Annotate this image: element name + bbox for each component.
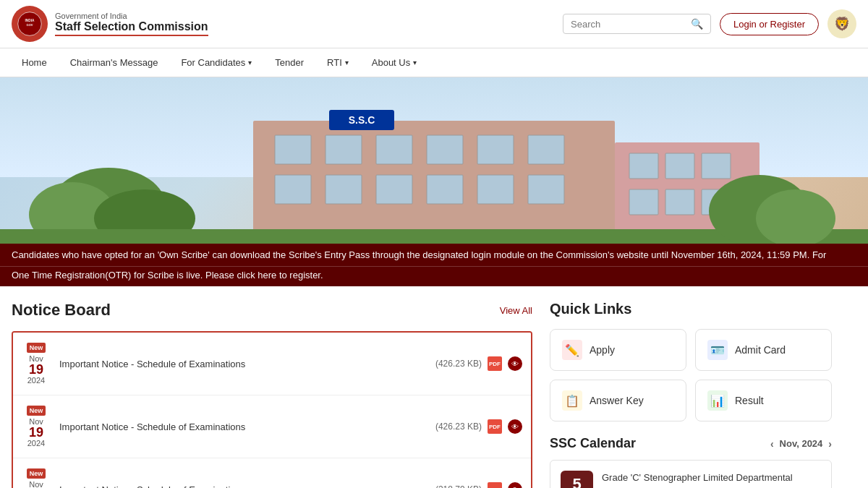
notice-month: Nov [29, 480, 43, 488]
chevron-down-icon: ▾ [248, 59, 252, 67]
view-icon[interactable]: 👁 [508, 419, 522, 434]
calendar-event-card: 5 JAN Grade 'C' Stenographer Limited Dep… [550, 460, 832, 488]
chevron-down-icon: ▾ [345, 59, 349, 67]
notice-date-2: New Nov 19 2024 [22, 406, 51, 448]
svg-rect-11 [427, 135, 463, 164]
search-box[interactable]: 🔍 [563, 14, 711, 34]
svg-text:GOV: GOV [26, 23, 33, 27]
nav-about-us[interactable]: About Us ▾ [362, 48, 427, 77]
notice-date-3: New Nov 19 2024 [22, 468, 51, 488]
svg-text:INDIA: INDIA [25, 19, 35, 22]
quick-link-admit-card[interactable]: 🪪 Admit Card [695, 329, 832, 371]
apply-label: Apply [590, 344, 615, 356]
notice-size: (426.23 KB) [435, 421, 482, 432]
ssc-calendar-header: SSC Calendar ‹ Nov, 2024 › [550, 436, 832, 451]
svg-rect-13 [528, 135, 564, 164]
pdf-icon[interactable]: PDF [488, 419, 502, 434]
view-all-link[interactable]: View All [500, 305, 532, 316]
notice-day: 19 [29, 363, 43, 376]
svg-rect-27 [665, 189, 694, 215]
notice-board-title: Notice Board [12, 301, 111, 320]
nav-rti[interactable]: RTI ▾ [317, 48, 359, 77]
notice-meta-1: (426.23 KB) PDF 👁 [435, 356, 522, 371]
answer-key-icon: 📋 [562, 390, 582, 411]
new-badge: New [27, 343, 46, 353]
national-emblem: 🦁 [827, 9, 856, 38]
search-icon: 🔍 [691, 18, 703, 30]
notice-year: 2024 [27, 439, 45, 448]
ssc-logo: INDIA GOV [12, 6, 48, 42]
notice-size: (218.79 KB) [435, 484, 482, 488]
notice-board-header: Notice Board View All [12, 301, 532, 320]
cal-prev-button[interactable]: ‹ [770, 438, 774, 450]
main-nav: Home Chairman's Message For Candidates ▾… [0, 48, 868, 77]
event-date-badge: 5 JAN [561, 471, 593, 488]
calendar-nav: ‹ Nov, 2024 › [770, 438, 832, 450]
svg-rect-17 [427, 175, 463, 204]
nav-tender[interactable]: Tender [265, 48, 314, 77]
page-header: INDIA GOV Government of India Staff Sele… [0, 0, 868, 48]
ticker-bar: Candidates who have opted for an 'Own Sc… [0, 244, 868, 266]
new-badge: New [27, 406, 46, 416]
view-icon[interactable]: 👁 [508, 356, 522, 371]
notice-board-section: Notice Board View All New Nov 19 2024 Im… [12, 301, 532, 488]
notice-size: (426.23 KB) [435, 359, 482, 369]
pdf-icon[interactable]: PDF [488, 482, 502, 488]
table-row: New Nov 19 2024 Important Notice - Sched… [13, 458, 531, 488]
ssc-building-illustration: S.S.C [0, 77, 868, 244]
quick-link-apply[interactable]: ✏️ Apply [550, 329, 686, 371]
svg-rect-16 [376, 175, 412, 204]
notice-description[interactable]: Important Notice - Schedule of Examinati… [59, 421, 427, 432]
svg-rect-26 [629, 189, 658, 215]
svg-rect-9 [326, 135, 362, 164]
svg-rect-8 [275, 135, 311, 164]
gov-label: Government of India [55, 12, 208, 20]
svg-rect-24 [665, 153, 694, 179]
chevron-down-icon: ▾ [413, 59, 417, 67]
header-title-block: Government of India Staff Selection Comm… [55, 12, 208, 36]
notice-description[interactable]: Important Notice - Schedule of Examinati… [59, 359, 427, 369]
event-description: Grade 'C' Stenographer Limited Departmen… [602, 471, 821, 488]
ticker-line2[interactable]: One Time Registration(OTR) for Scribe is… [0, 266, 868, 286]
notice-description[interactable]: Important Notice - Schedule of Examinati… [59, 484, 427, 489]
apply-icon: ✏️ [562, 340, 582, 360]
header-actions: 🔍 Login or Register 🦁 [563, 9, 856, 38]
nav-home[interactable]: Home [12, 48, 57, 77]
notice-day: 19 [29, 426, 43, 439]
ticker-text: Candidates who have opted for an 'Own Sc… [12, 249, 826, 260]
admit-card-label: Admit Card [735, 344, 786, 356]
svg-text:S.S.C: S.S.C [349, 114, 375, 126]
notice-year: 2024 [27, 376, 45, 385]
table-row: New Nov 19 2024 Important Notice - Sched… [13, 395, 531, 458]
new-badge: New [27, 468, 46, 479]
result-icon: 📊 [707, 390, 728, 411]
view-icon[interactable]: 👁 [508, 482, 522, 488]
quick-links-grid: ✏️ Apply 🪪 Admit Card 📋 Answer Key 📊 Res… [550, 329, 832, 421]
cal-month-label: Nov, 2024 [780, 438, 823, 449]
svg-rect-12 [477, 135, 514, 164]
cal-next-button[interactable]: › [828, 438, 832, 450]
answer-key-label: Answer Key [590, 395, 644, 406]
search-input[interactable] [571, 19, 686, 30]
login-register-button[interactable]: Login or Register [720, 13, 819, 35]
notice-meta-2: (426.23 KB) PDF 👁 [435, 419, 522, 434]
event-day: 5 [569, 476, 584, 488]
svg-rect-19 [528, 175, 564, 204]
svg-rect-10 [376, 135, 412, 164]
notice-list: New Nov 19 2024 Important Notice - Sched… [12, 331, 532, 488]
nav-chairmans-message[interactable]: Chairman's Message [60, 48, 169, 77]
svg-rect-18 [477, 175, 514, 204]
nav-for-candidates[interactable]: For Candidates ▾ [171, 48, 262, 77]
svg-rect-23 [629, 153, 658, 179]
quick-link-answer-key[interactable]: 📋 Answer Key [550, 380, 686, 421]
table-row: New Nov 19 2024 Important Notice - Sched… [13, 333, 531, 395]
hero-banner: S.S.C [0, 77, 868, 244]
pdf-icon[interactable]: PDF [488, 356, 502, 371]
notice-date-1: New Nov 19 2024 [22, 343, 51, 385]
right-panel: Quick Links ✏️ Apply 🪪 Admit Card 📋 Answ… [550, 301, 832, 488]
notice-meta-3: (218.79 KB) PDF 👁 [435, 482, 522, 488]
ssc-name: Staff Selection Commission [55, 20, 208, 33]
header-divider [55, 35, 208, 36]
quick-link-result[interactable]: 📊 Result [695, 380, 832, 421]
svg-rect-25 [702, 153, 731, 179]
